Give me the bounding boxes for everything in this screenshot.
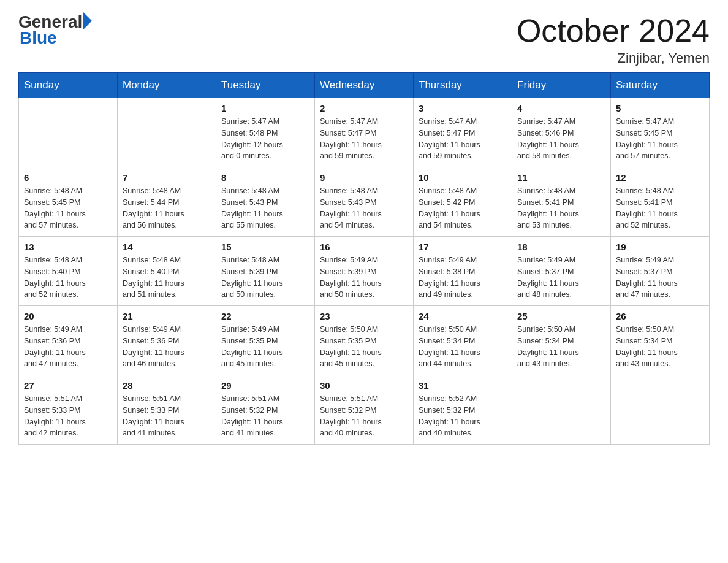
calendar-week-row: 20Sunrise: 5:49 AM Sunset: 5:36 PM Dayli…	[19, 306, 710, 375]
day-number: 6	[24, 172, 112, 183]
calendar-cell: 21Sunrise: 5:49 AM Sunset: 5:36 PM Dayli…	[118, 306, 216, 375]
calendar-cell: 20Sunrise: 5:49 AM Sunset: 5:36 PM Dayli…	[19, 306, 118, 375]
calendar-cell: 26Sunrise: 5:50 AM Sunset: 5:34 PM Dayli…	[611, 306, 710, 375]
weekday-header: Thursday	[414, 73, 512, 98]
day-number: 26	[616, 311, 704, 321]
calendar-cell: 9Sunrise: 5:48 AM Sunset: 5:43 PM Daylig…	[315, 167, 414, 237]
title-section: October 2024 Zinjibar, Yemen	[517, 12, 710, 66]
weekday-header: Wednesday	[315, 73, 414, 98]
calendar-cell: 18Sunrise: 5:49 AM Sunset: 5:37 PM Dayli…	[512, 237, 611, 306]
day-number: 9	[320, 172, 408, 183]
day-number: 27	[24, 380, 112, 391]
day-number: 24	[419, 311, 507, 321]
day-number: 21	[123, 311, 211, 321]
calendar-cell: 27Sunrise: 5:51 AM Sunset: 5:33 PM Dayli…	[19, 375, 118, 445]
day-info: Sunrise: 5:50 AM Sunset: 5:34 PM Dayligh…	[616, 324, 704, 370]
day-number: 4	[517, 103, 605, 113]
day-number: 31	[419, 380, 507, 391]
logo-blue-text: Blue	[20, 28, 57, 48]
calendar-week-row: 27Sunrise: 5:51 AM Sunset: 5:33 PM Dayli…	[19, 375, 710, 445]
weekday-header: Friday	[512, 73, 611, 98]
day-number: 5	[616, 103, 704, 113]
day-info: Sunrise: 5:49 AM Sunset: 5:38 PM Dayligh…	[419, 255, 507, 301]
day-info: Sunrise: 5:51 AM Sunset: 5:33 PM Dayligh…	[123, 393, 211, 439]
calendar-cell: 6Sunrise: 5:48 AM Sunset: 5:45 PM Daylig…	[19, 167, 118, 237]
calendar-cell: 24Sunrise: 5:50 AM Sunset: 5:34 PM Dayli…	[414, 306, 512, 375]
day-number: 28	[123, 380, 211, 391]
calendar-table: SundayMondayTuesdayWednesdayThursdayFrid…	[18, 72, 710, 445]
calendar-cell: 1Sunrise: 5:47 AM Sunset: 5:48 PM Daylig…	[216, 98, 315, 167]
day-number: 20	[24, 311, 112, 321]
calendar-cell: 13Sunrise: 5:48 AM Sunset: 5:40 PM Dayli…	[19, 237, 118, 306]
calendar-cell: 19Sunrise: 5:49 AM Sunset: 5:37 PM Dayli…	[611, 237, 710, 306]
day-number: 16	[320, 242, 408, 252]
day-info: Sunrise: 5:48 AM Sunset: 5:43 PM Dayligh…	[320, 185, 408, 231]
calendar-cell: 5Sunrise: 5:47 AM Sunset: 5:45 PM Daylig…	[611, 98, 710, 167]
day-number: 10	[419, 172, 507, 183]
calendar-cell: 3Sunrise: 5:47 AM Sunset: 5:47 PM Daylig…	[414, 98, 512, 167]
day-number: 8	[221, 172, 309, 183]
calendar-cell: 22Sunrise: 5:49 AM Sunset: 5:35 PM Dayli…	[216, 306, 315, 375]
day-info: Sunrise: 5:49 AM Sunset: 5:35 PM Dayligh…	[221, 324, 309, 370]
day-number: 19	[616, 242, 704, 252]
day-info: Sunrise: 5:49 AM Sunset: 5:36 PM Dayligh…	[24, 324, 112, 370]
day-info: Sunrise: 5:48 AM Sunset: 5:39 PM Dayligh…	[221, 255, 309, 301]
calendar-cell	[611, 375, 710, 445]
day-info: Sunrise: 5:48 AM Sunset: 5:43 PM Dayligh…	[221, 185, 309, 231]
day-info: Sunrise: 5:48 AM Sunset: 5:40 PM Dayligh…	[24, 255, 112, 301]
logo: General Blue	[18, 12, 92, 48]
calendar-week-row: 13Sunrise: 5:48 AM Sunset: 5:40 PM Dayli…	[19, 237, 710, 306]
day-info: Sunrise: 5:48 AM Sunset: 5:40 PM Dayligh…	[123, 255, 211, 301]
day-info: Sunrise: 5:47 AM Sunset: 5:45 PM Dayligh…	[616, 116, 704, 162]
day-info: Sunrise: 5:50 AM Sunset: 5:34 PM Dayligh…	[517, 324, 605, 370]
calendar-cell: 2Sunrise: 5:47 AM Sunset: 5:47 PM Daylig…	[315, 98, 414, 167]
calendar-cell: 10Sunrise: 5:48 AM Sunset: 5:42 PM Dayli…	[414, 167, 512, 237]
calendar-header: SundayMondayTuesdayWednesdayThursdayFrid…	[19, 73, 710, 98]
calendar-cell: 29Sunrise: 5:51 AM Sunset: 5:32 PM Dayli…	[216, 375, 315, 445]
calendar-cell	[512, 375, 611, 445]
day-number: 11	[517, 172, 605, 183]
day-info: Sunrise: 5:48 AM Sunset: 5:42 PM Dayligh…	[419, 185, 507, 231]
logo-arrow-icon	[83, 12, 92, 29]
day-info: Sunrise: 5:50 AM Sunset: 5:35 PM Dayligh…	[320, 324, 408, 370]
calendar-cell: 23Sunrise: 5:50 AM Sunset: 5:35 PM Dayli…	[315, 306, 414, 375]
calendar-cell: 8Sunrise: 5:48 AM Sunset: 5:43 PM Daylig…	[216, 167, 315, 237]
calendar-body: 1Sunrise: 5:47 AM Sunset: 5:48 PM Daylig…	[19, 98, 710, 445]
calendar-cell: 12Sunrise: 5:48 AM Sunset: 5:41 PM Dayli…	[611, 167, 710, 237]
calendar-cell	[118, 98, 216, 167]
day-info: Sunrise: 5:51 AM Sunset: 5:32 PM Dayligh…	[320, 393, 408, 439]
calendar-cell: 15Sunrise: 5:48 AM Sunset: 5:39 PM Dayli…	[216, 237, 315, 306]
calendar-week-row: 6Sunrise: 5:48 AM Sunset: 5:45 PM Daylig…	[19, 167, 710, 237]
calendar-cell: 31Sunrise: 5:52 AM Sunset: 5:32 PM Dayli…	[414, 375, 512, 445]
day-number: 18	[517, 242, 605, 252]
day-number: 25	[517, 311, 605, 321]
day-info: Sunrise: 5:51 AM Sunset: 5:32 PM Dayligh…	[221, 393, 309, 439]
day-info: Sunrise: 5:48 AM Sunset: 5:41 PM Dayligh…	[616, 185, 704, 231]
day-info: Sunrise: 5:48 AM Sunset: 5:44 PM Dayligh…	[123, 185, 211, 231]
day-info: Sunrise: 5:49 AM Sunset: 5:37 PM Dayligh…	[616, 255, 704, 301]
calendar-week-row: 1Sunrise: 5:47 AM Sunset: 5:48 PM Daylig…	[19, 98, 710, 167]
day-number: 29	[221, 380, 309, 391]
page-header: General Blue October 2024 Zinjibar, Yeme…	[18, 12, 710, 66]
day-number: 23	[320, 311, 408, 321]
day-info: Sunrise: 5:47 AM Sunset: 5:46 PM Dayligh…	[517, 116, 605, 162]
day-number: 30	[320, 380, 408, 391]
day-number: 2	[320, 103, 408, 113]
day-info: Sunrise: 5:48 AM Sunset: 5:45 PM Dayligh…	[24, 185, 112, 231]
day-number: 14	[123, 242, 211, 252]
calendar-cell: 11Sunrise: 5:48 AM Sunset: 5:41 PM Dayli…	[512, 167, 611, 237]
calendar-cell: 25Sunrise: 5:50 AM Sunset: 5:34 PM Dayli…	[512, 306, 611, 375]
day-info: Sunrise: 5:52 AM Sunset: 5:32 PM Dayligh…	[419, 393, 507, 439]
day-number: 12	[616, 172, 704, 183]
day-info: Sunrise: 5:48 AM Sunset: 5:41 PM Dayligh…	[517, 185, 605, 231]
day-info: Sunrise: 5:50 AM Sunset: 5:34 PM Dayligh…	[419, 324, 507, 370]
day-number: 22	[221, 311, 309, 321]
weekday-header: Saturday	[611, 73, 710, 98]
day-info: Sunrise: 5:51 AM Sunset: 5:33 PM Dayligh…	[24, 393, 112, 439]
day-number: 1	[221, 103, 309, 113]
calendar-cell: 30Sunrise: 5:51 AM Sunset: 5:32 PM Dayli…	[315, 375, 414, 445]
calendar-cell	[19, 98, 118, 167]
day-number: 17	[419, 242, 507, 252]
weekday-header: Tuesday	[216, 73, 315, 98]
calendar-cell: 17Sunrise: 5:49 AM Sunset: 5:38 PM Dayli…	[414, 237, 512, 306]
